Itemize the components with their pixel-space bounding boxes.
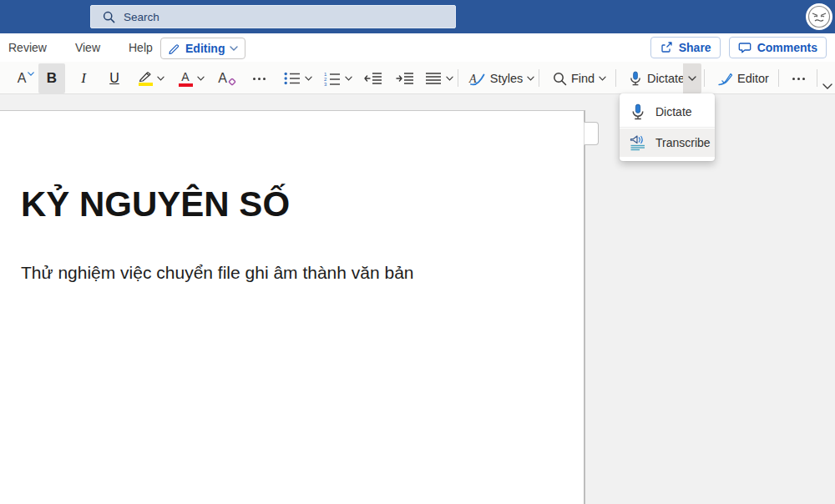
app-topbar: [0, 0, 835, 33]
editor-button[interactable]: Editor: [711, 63, 776, 93]
find-icon: [553, 72, 567, 86]
collapse-ribbon-button[interactable]: [820, 78, 835, 93]
svg-text:3: 3: [324, 82, 327, 86]
menubar-right-buttons: Share Comments: [650, 37, 827, 58]
font-options-letter: A: [18, 72, 27, 85]
increase-indent-button[interactable]: [391, 63, 419, 93]
increase-indent-icon: [396, 72, 414, 85]
chevron-down-icon[interactable]: [345, 76, 352, 81]
ribbon-divider: [458, 69, 458, 87]
menu-item-label: Dictate: [655, 105, 692, 118]
microphone-icon: [630, 103, 646, 120]
bold-letter: B: [47, 70, 57, 87]
tab-help[interactable]: Help: [129, 41, 153, 54]
pencil-icon: [168, 43, 180, 55]
align-text-icon: [426, 72, 442, 85]
menubar: Review View Help Editing Share: [0, 33, 835, 62]
page-margin-tab[interactable]: [584, 122, 599, 145]
styles-label: Styles: [490, 72, 524, 85]
chevron-down-icon[interactable]: [305, 76, 312, 81]
document-subtitle-text[interactable]: Thử nghiệm việc chuyển file ghi âm thành…: [21, 263, 414, 283]
italic-letter: I: [81, 70, 86, 87]
chevron-down-icon: [822, 83, 832, 89]
chevron-down-icon[interactable]: [527, 76, 534, 81]
chevron-down-icon[interactable]: [446, 76, 453, 81]
editor-label: Editor: [737, 72, 769, 85]
editing-mode-button[interactable]: Editing: [160, 38, 245, 59]
menu-item-transcribe[interactable]: Transcribe: [620, 129, 715, 157]
dictate-button[interactable]: Dictate: [622, 63, 701, 93]
chevron-down-icon: [28, 72, 34, 76]
find-button[interactable]: Find: [545, 63, 614, 93]
underline-button[interactable]: U: [100, 63, 129, 93]
decrease-indent-button[interactable]: [359, 63, 387, 93]
ribbon-divider: [704, 69, 705, 87]
avatar-face-icon: [807, 5, 831, 28]
menu-divider: [620, 127, 715, 128]
tab-review[interactable]: Review: [8, 41, 47, 54]
chevron-down-icon[interactable]: [197, 76, 205, 81]
share-button[interactable]: Share: [650, 37, 721, 58]
underline-letter: U: [109, 71, 119, 86]
menu-item-dictate[interactable]: Dictate: [620, 98, 715, 126]
ellipsis-icon: [792, 78, 805, 80]
numbered-list-icon: 1 2 3: [324, 72, 341, 86]
highlight-color-button[interactable]: [132, 63, 170, 93]
editor-pen-icon: [717, 72, 733, 86]
avatar[interactable]: [806, 3, 832, 30]
italic-button[interactable]: I: [70, 63, 97, 93]
bullets-button[interactable]: [279, 63, 317, 93]
menu-tabs: Review View Help: [8, 33, 153, 62]
bullet-list-icon: [284, 72, 301, 85]
eraser-icon: [228, 78, 236, 86]
document-title-text[interactable]: KỶ NGUYÊN SỐ: [21, 184, 290, 224]
ribbon-divider: [817, 69, 817, 87]
chevron-down-icon[interactable]: [157, 76, 164, 81]
numbering-button[interactable]: 1 2 3: [319, 63, 357, 93]
comments-label: Comments: [757, 41, 817, 54]
highlight-pen-icon: [138, 71, 153, 86]
dictate-dropdown-chevron[interactable]: [683, 63, 701, 93]
comments-icon: [738, 41, 752, 54]
ribbon-toolbar: A B I U: [0, 62, 835, 94]
ribbon-divider: [615, 69, 616, 87]
font-color-icon: A: [179, 71, 193, 87]
word-online-window: Review View Help Editing Share: [0, 0, 835, 504]
styles-icon: A: [468, 71, 486, 86]
alignment-button[interactable]: [421, 63, 458, 93]
ribbon-divider: [778, 69, 779, 87]
chevron-down-icon: [230, 46, 238, 51]
bold-button[interactable]: B: [38, 63, 65, 93]
clear-formatting-button[interactable]: A: [212, 63, 242, 93]
chevron-down-icon: [688, 76, 696, 81]
share-icon: [660, 41, 673, 54]
svg-text:A: A: [468, 73, 477, 85]
dictate-dropdown-menu: Dictate Transcribe: [620, 93, 715, 161]
transcribe-icon: [630, 134, 646, 151]
clear-formatting-letter: A: [218, 72, 227, 85]
dictate-label: Dictate: [647, 72, 685, 85]
comments-button[interactable]: Comments: [729, 37, 827, 58]
document-page[interactable]: KỶ NGUYÊN SỐ Thử nghiệm việc chuyển file…: [0, 110, 585, 504]
chevron-down-icon[interactable]: [599, 76, 606, 81]
decrease-indent-icon: [364, 72, 382, 85]
styles-button[interactable]: A Styles: [464, 63, 538, 93]
tab-view[interactable]: View: [75, 41, 100, 54]
editing-label: Editing: [185, 42, 225, 55]
menu-item-label: Transcribe: [655, 136, 711, 149]
ribbon-divider: [539, 69, 539, 87]
share-label: Share: [679, 41, 711, 54]
font-options-button[interactable]: A: [12, 63, 40, 93]
microphone-icon: [628, 71, 643, 86]
font-color-button[interactable]: A: [172, 63, 210, 93]
find-label: Find: [571, 72, 595, 85]
search-icon: [103, 11, 115, 23]
search-input[interactable]: [124, 11, 455, 23]
more-ribbon-button[interactable]: [785, 63, 812, 93]
search-box[interactable]: [90, 5, 456, 28]
ellipsis-icon: [253, 78, 266, 80]
more-formatting-button[interactable]: [244, 63, 274, 93]
